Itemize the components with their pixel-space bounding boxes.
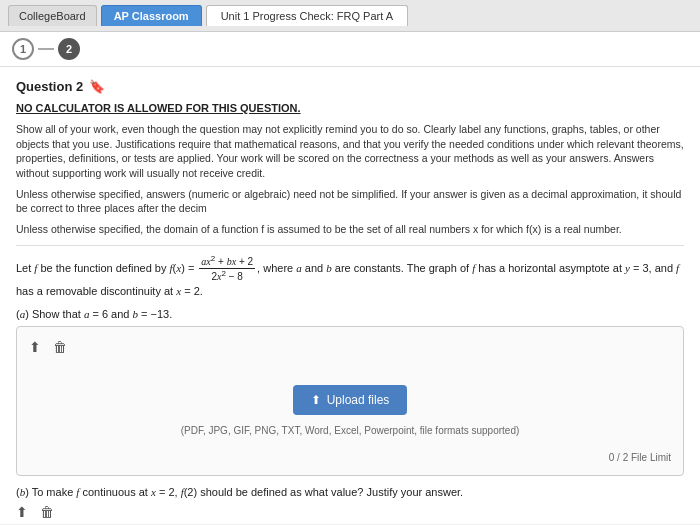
top-bar: CollegeBoard AP Classroom Unit 1 Progres… bbox=[0, 0, 700, 32]
section-divider bbox=[16, 245, 684, 246]
instruction-1: Show all of your work, even though the q… bbox=[16, 122, 684, 181]
upload-icon[interactable]: ⬆ bbox=[29, 339, 41, 355]
breadcrumb-step-2[interactable]: 2 bbox=[58, 38, 80, 60]
upload-center: ⬆ Upload files (PDF, JPG, GIF, PNG, TXT,… bbox=[29, 365, 671, 446]
tab-unit-title: Unit 1 Progress Check: FRQ Part A bbox=[206, 5, 408, 26]
part-b-upload-icon[interactable]: ⬆ bbox=[16, 504, 28, 520]
upload-toolbar: ⬆ 🗑 bbox=[29, 339, 671, 355]
bookmark-icon[interactable]: 🔖 bbox=[89, 79, 105, 94]
breadcrumb: 1 2 bbox=[0, 32, 700, 67]
function-definition: Let f be the function defined by f(x) = … bbox=[16, 254, 684, 300]
tab-apclassroom[interactable]: AP Classroom bbox=[101, 5, 202, 26]
tab-collegeboard[interactable]: CollegeBoard bbox=[8, 5, 97, 26]
part-b-trash-icon[interactable]: 🗑 bbox=[40, 504, 54, 520]
part-b-label: (b) To make f continuous at x = 2, f(2) … bbox=[16, 486, 684, 498]
breadcrumb-separator bbox=[38, 48, 54, 50]
upload-formats-text: (PDF, JPG, GIF, PNG, TXT, Word, Excel, P… bbox=[181, 425, 520, 436]
question-number: Question 2 bbox=[16, 79, 83, 94]
trash-icon[interactable]: 🗑 bbox=[53, 339, 67, 355]
file-limit-text: 0 / 2 File Limit bbox=[29, 452, 671, 463]
upload-arrow-icon: ⬆ bbox=[311, 393, 321, 407]
upload-files-button[interactable]: ⬆ Upload files bbox=[293, 385, 408, 415]
no-calc-notice: NO CALCULATOR IS ALLOWED FOR THIS QUESTI… bbox=[16, 102, 684, 114]
breadcrumb-step-1[interactable]: 1 bbox=[12, 38, 34, 60]
instruction-2: Unless otherwise specified, answers (num… bbox=[16, 187, 684, 216]
part-a-label: (a) Show that a = 6 and b = −13. bbox=[16, 308, 684, 320]
upload-area-part-a: ⬆ 🗑 ⬆ Upload files (PDF, JPG, GIF, PNG, … bbox=[16, 326, 684, 476]
main-content: Question 2 🔖 NO CALCULATOR IS ALLOWED FO… bbox=[0, 67, 700, 524]
question-header: Question 2 🔖 bbox=[16, 79, 684, 94]
part-b-toolbar: ⬆ 🗑 bbox=[16, 504, 684, 520]
instruction-3: Unless otherwise specified, the domain o… bbox=[16, 222, 684, 237]
